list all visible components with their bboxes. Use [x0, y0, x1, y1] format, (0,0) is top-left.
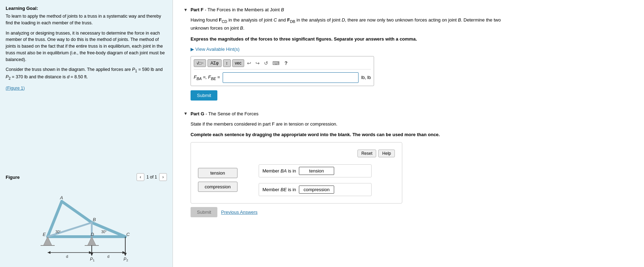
svg-text:D: D [91, 232, 94, 237]
redo-toolbar-btn[interactable]: ↪ [254, 60, 261, 67]
part-f-submit-btn[interactable]: Submit [191, 90, 217, 101]
part-g-submit-btn: Submit [191, 207, 217, 217]
truss-svg: P 1 P 2 d d A B C [26, 184, 146, 261]
learning-goal-para3: Consider the truss shown in the diagram.… [6, 66, 167, 81]
drag-drop-area: Reset Help tension compression Member BA… [191, 142, 402, 204]
sentence-area: Member BA is in tension Member BE is in … [259, 164, 372, 196]
drag-help-btn[interactable]: Help [378, 150, 395, 157]
math-input-container: √□ ▫ AΣφ ↕ vec ↩ ↪ ↺ ⌨ ? FBA =, FBE = lb… [191, 56, 374, 86]
drag-reset-btn[interactable]: Reset [357, 150, 376, 157]
learning-goal-title: Learning Goal: [6, 6, 167, 11]
svg-text:P: P [90, 257, 93, 261]
svg-marker-23 [48, 251, 50, 254]
figure-link[interactable]: (Figure 1) [6, 85, 167, 92]
figure-next-btn[interactable]: › [159, 173, 167, 181]
part-f-section: ▼ Part F - The Forces in the Members at … [183, 7, 633, 101]
truss-diagram: P 1 P 2 d d A B C [26, 184, 146, 261]
figure-navigation: ‹ 1 of 1 › [137, 173, 167, 181]
part-g-collapse-arrow[interactable]: ▼ [183, 111, 188, 116]
sqrt-toolbar-btn[interactable]: √□ ▫ [194, 59, 206, 67]
right-panel: ▼ Part F - The Forces in the Members at … [173, 0, 644, 267]
math-toolbar: √□ ▫ AΣφ ↕ vec ↩ ↪ ↺ ⌨ ? [194, 59, 371, 69]
sentence-ba-prefix: Member BA is in [263, 168, 296, 174]
reset-toolbar-btn[interactable]: ↺ [263, 60, 270, 67]
figure-page: 1 of 1 [146, 175, 157, 180]
figure-section: Figure ‹ 1 of 1 › [6, 166, 167, 261]
part-g-body1: State if the members considered in part … [191, 121, 508, 128]
force-unit-label: lb, lb [361, 75, 371, 80]
svg-text:A: A [60, 195, 63, 200]
svg-text:C: C [126, 232, 130, 237]
sentence-row-be: Member BE is in compression [259, 183, 372, 196]
svg-text:d: d [66, 254, 68, 259]
svg-text:E: E [43, 232, 46, 237]
part-g-header: ▼ Part G - The Sense of the Forces [183, 111, 633, 116]
learning-goal-para1: To learn to apply the method of joints t… [6, 13, 167, 26]
undo-toolbar-btn[interactable]: ↩ [246, 60, 253, 67]
part-g-section: ▼ Part G - The Sense of the Forces State… [183, 111, 633, 218]
svg-text:P: P [124, 257, 126, 261]
part-f-description: Having found FCD in the analysis of join… [191, 17, 508, 32]
keyboard-toolbar-btn[interactable]: ⌨ [271, 60, 281, 67]
force-input-field[interactable] [223, 72, 358, 83]
part-f-header: ▼ Part F - The Forces in the Members at … [183, 7, 633, 12]
svg-text:d: d [107, 254, 109, 259]
drag-word-tension[interactable]: tension [198, 168, 237, 178]
svg-text:1: 1 [93, 259, 95, 261]
svg-text:30°: 30° [101, 230, 107, 234]
drop-box-ba[interactable]: tension [299, 167, 334, 175]
svg-marker-16 [124, 253, 127, 256]
figure-prev-btn[interactable]: ‹ [137, 173, 144, 181]
drag-words-list: tension compression [198, 164, 237, 196]
left-panel: Learning Goal: To learn to apply the met… [0, 0, 173, 267]
drag-area-header: Reset Help [198, 150, 395, 157]
svg-text:B: B [93, 217, 96, 222]
svg-line-1 [62, 201, 92, 223]
sentence-be-prefix: Member BE is in [263, 187, 296, 192]
previous-answers-link[interactable]: Previous Answers [221, 210, 257, 215]
part-g-body2: Complete each sentence by dragging the a… [191, 131, 508, 139]
force-input-label: FBA =, FBE = [194, 74, 220, 81]
figure-title: Figure [6, 175, 20, 180]
learning-goal-para2: In analyzing or designing trusses, it is… [6, 30, 167, 63]
svg-line-5 [48, 223, 92, 237]
sentence-row-ba: Member BA is in tension [259, 164, 372, 177]
help-toolbar-btn[interactable]: ? [282, 60, 290, 67]
force-input-row: FBA =, FBE = lb, lb [194, 72, 371, 83]
drag-word-compression[interactable]: compression [198, 182, 237, 192]
vec-toolbar-btn[interactable]: vec [232, 59, 245, 67]
svg-marker-12 [90, 253, 93, 256]
drop-box-be[interactable]: compression [299, 186, 334, 194]
part-f-collapse-arrow[interactable]: ▼ [183, 7, 188, 12]
svg-line-2 [92, 223, 125, 237]
arrows-toolbar-btn[interactable]: ↕ [223, 59, 231, 67]
symbol-toolbar-btn[interactable]: AΣφ [207, 59, 221, 67]
part-g-bottom-row: Submit Previous Answers [191, 207, 633, 217]
drag-content: tension compression Member BA is in tens… [198, 164, 395, 196]
part-g-label: Part G - The Sense of the Forces [191, 111, 259, 116]
svg-text:2: 2 [126, 259, 128, 261]
view-hints-link[interactable]: ▶ View Available Hint(s) [191, 47, 633, 52]
part-f-label: Part F - The Forces in the Members at Jo… [191, 7, 284, 12]
svg-text:30°: 30° [55, 230, 61, 234]
part-f-instruction: Express the magnitudes of the forces to … [191, 36, 508, 43]
